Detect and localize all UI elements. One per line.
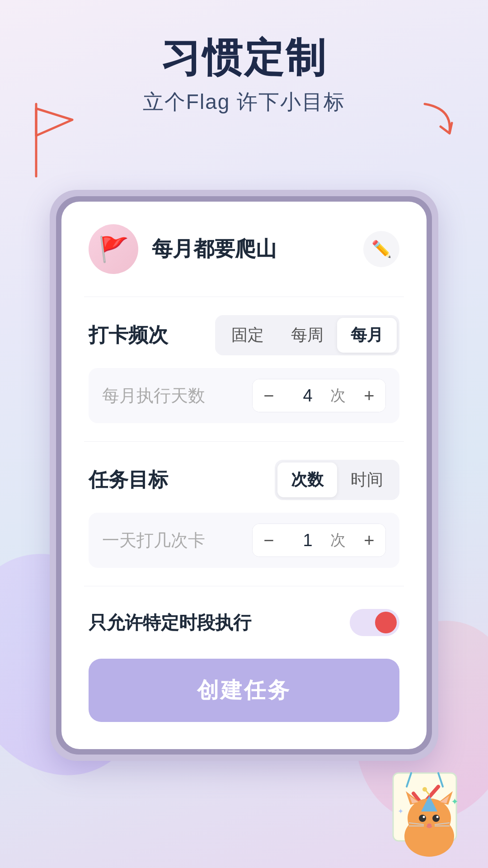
frequency-stepper: − 4 次 + bbox=[252, 379, 386, 412]
frequency-tabs: 固定 每周 每月 bbox=[215, 315, 399, 355]
frequency-sub-label: 每月执行天数 bbox=[102, 384, 252, 407]
time-restrict-label: 只允许特定时段执行 bbox=[89, 610, 350, 635]
task-goal-stepper: − 1 次 + bbox=[252, 524, 386, 557]
header: 习惯定制 立个Flag 许下小目标 bbox=[0, 0, 488, 125]
svg-text:✦: ✦ bbox=[451, 797, 459, 807]
habit-title: 每月都要爬山 bbox=[152, 235, 363, 263]
tab-weekly[interactable]: 每周 bbox=[277, 318, 337, 353]
toggle-knob bbox=[375, 612, 397, 633]
svg-point-13 bbox=[436, 816, 439, 818]
edit-button[interactable]: ✏️ bbox=[363, 231, 399, 267]
task-goal-header: 任务目标 次数 时间 bbox=[89, 460, 399, 500]
frequency-stepper-row: 每月执行天数 − 4 次 + bbox=[89, 368, 399, 423]
divider-3 bbox=[84, 586, 404, 586]
habit-card: 🚩 每月都要爬山 ✏️ 打卡频次 固定 每周 每月 bbox=[61, 202, 427, 749]
frequency-unit: 次 bbox=[330, 385, 353, 406]
device-inner: 🚩 每月都要爬山 ✏️ 打卡频次 固定 每周 每月 bbox=[56, 196, 432, 755]
tab-monthly[interactable]: 每月 bbox=[337, 318, 397, 353]
frequency-section: 打卡频次 固定 每周 每月 每月执行天数 − 4 次 + bbox=[89, 315, 399, 423]
task-goal-sub-label: 一天打几次卡 bbox=[102, 529, 252, 552]
svg-point-10 bbox=[419, 815, 426, 822]
time-restrict-toggle[interactable] bbox=[350, 609, 399, 636]
task-goal-minus-btn[interactable]: − bbox=[253, 524, 285, 557]
card-header: 🚩 每月都要爬山 ✏️ bbox=[89, 224, 399, 274]
svg-point-14 bbox=[427, 824, 432, 827]
cat-decoration: ✦ ✦ bbox=[384, 769, 474, 859]
frequency-header: 打卡频次 固定 每周 每月 bbox=[89, 315, 399, 355]
habit-icon: 🚩 bbox=[89, 224, 138, 274]
tab-count[interactable]: 次数 bbox=[277, 462, 337, 497]
time-restrict-row: 只允许特定时段执行 bbox=[89, 604, 399, 641]
divider-2 bbox=[84, 441, 404, 442]
main-title: 习惯定制 bbox=[0, 36, 488, 80]
task-goal-label: 任务目标 bbox=[89, 467, 168, 493]
task-goal-unit: 次 bbox=[330, 530, 353, 551]
frequency-label: 打卡频次 bbox=[89, 322, 168, 349]
device-frame: 🚩 每月都要爬山 ✏️ 打卡频次 固定 每周 每月 bbox=[50, 190, 438, 761]
frequency-value: 4 bbox=[285, 386, 330, 406]
svg-point-12 bbox=[423, 816, 425, 818]
frequency-plus-btn[interactable]: + bbox=[353, 379, 385, 412]
task-goal-value: 1 bbox=[285, 531, 330, 550]
task-goal-plus-btn[interactable]: + bbox=[353, 524, 385, 557]
edit-icon: ✏️ bbox=[371, 240, 392, 259]
task-goal-section: 任务目标 次数 时间 一天打几次卡 − 1 次 + bbox=[89, 460, 399, 568]
frequency-minus-btn[interactable]: − bbox=[253, 379, 285, 412]
divider-1 bbox=[84, 297, 404, 297]
create-task-button[interactable]: 创建任务 bbox=[89, 659, 399, 722]
svg-point-21 bbox=[422, 787, 427, 792]
tab-fixed[interactable]: 固定 bbox=[218, 318, 277, 353]
tab-time[interactable]: 时间 bbox=[337, 462, 397, 497]
svg-text:✦: ✦ bbox=[398, 807, 404, 815]
subtitle: 立个Flag 许下小目标 bbox=[0, 88, 488, 116]
task-goal-tabs: 次数 时间 bbox=[275, 460, 399, 500]
svg-point-11 bbox=[432, 815, 440, 822]
task-goal-stepper-row: 一天打几次卡 − 1 次 + bbox=[89, 513, 399, 568]
